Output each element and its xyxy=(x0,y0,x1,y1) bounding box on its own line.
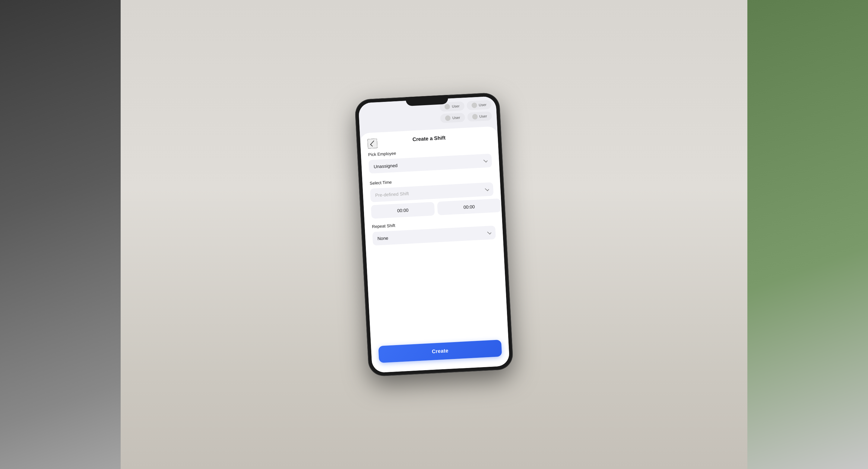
peek-avatar-3 xyxy=(445,115,451,121)
peek-avatar-1 xyxy=(444,104,450,110)
predefined-chevron-icon xyxy=(485,187,489,191)
repeat-value: None xyxy=(377,235,389,241)
back-chevron-icon xyxy=(370,140,376,146)
back-button[interactable] xyxy=(367,138,378,148)
peek-user-label-3: User xyxy=(453,115,460,120)
peek-user-label-4: User xyxy=(479,114,487,119)
peek-user-4: User xyxy=(467,111,492,122)
create-shift-modal: Create a Shift Pick Employee Unassigned … xyxy=(360,126,510,373)
phone-screen: User User User User xyxy=(358,96,510,373)
peek-avatar-4 xyxy=(472,114,478,120)
peek-avatar-2 xyxy=(471,102,477,108)
phone-wrapper: User User User User xyxy=(354,92,513,377)
peek-user-3: User xyxy=(440,113,465,123)
employee-value: Unassigned xyxy=(373,163,398,169)
flex-spacer xyxy=(373,241,501,346)
peek-user-label-2: User xyxy=(478,102,487,107)
end-time-input[interactable] xyxy=(437,198,501,215)
repeat-chevron-icon xyxy=(487,230,491,234)
peek-user-label-1: User xyxy=(452,104,460,108)
phone-body: User User User User xyxy=(354,92,513,377)
predefined-shift-dropdown[interactable]: Pre-defined Shift xyxy=(370,182,494,202)
employee-chevron-icon xyxy=(484,158,488,163)
peek-user-2: User xyxy=(467,100,492,110)
modal-title: Create a Shift xyxy=(367,133,490,145)
predefined-placeholder: Pre-defined Shift xyxy=(375,191,409,198)
time-inputs-row xyxy=(371,199,495,219)
start-time-input[interactable] xyxy=(371,202,435,219)
